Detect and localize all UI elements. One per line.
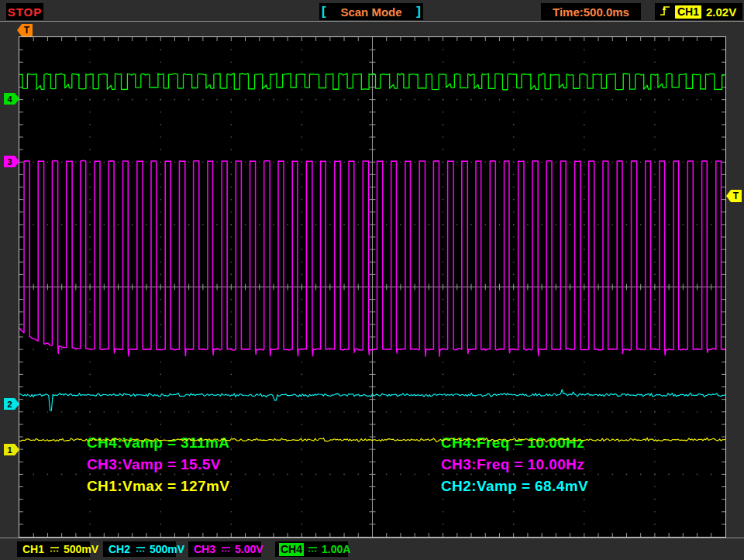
trigger-position-marker[interactable]: T xyxy=(17,24,33,36)
channel-name: CH3 xyxy=(192,543,217,556)
channel-scale: 5.00V xyxy=(235,543,264,555)
channel-name: CH1 xyxy=(21,543,46,556)
channel-name: CH2 xyxy=(107,543,132,556)
channel-marker-ch3[interactable]: 3 xyxy=(4,156,19,167)
channel-marker-ch2[interactable]: 2 xyxy=(4,398,19,410)
trigger-source-badge: CH1 xyxy=(675,5,701,19)
channel-marker-ch1[interactable]: 1 xyxy=(4,444,19,455)
waveform-canvas xyxy=(19,37,725,537)
channel-status-ch2[interactable]: CH2 500mV xyxy=(103,541,176,557)
channel-scale: 1.00A xyxy=(322,543,350,555)
channel-marker-ch4[interactable]: 4 xyxy=(4,93,19,105)
rising-edge-trigger-icon xyxy=(660,4,670,19)
trigger-level-value: 2.02V xyxy=(706,5,736,19)
dc-coupling-icon xyxy=(221,543,231,555)
waveform-display: CH4:Vamp = 311mA CH3:Vamp = 15.5V CH1:Vm… xyxy=(19,36,726,538)
channel-status-ch4[interactable]: CH4 1.00A xyxy=(275,541,348,557)
channel-name: CH4 xyxy=(279,543,304,556)
right-bracket-icon: ] xyxy=(416,3,421,20)
trigger-level-marker[interactable]: T xyxy=(726,190,742,202)
dc-coupling-icon xyxy=(50,543,60,555)
timebase-readout[interactable]: Time:500.0ms xyxy=(541,3,641,20)
acquisition-mode-label: Scan Mode xyxy=(340,5,401,19)
dc-coupling-icon xyxy=(136,543,146,555)
dc-coupling-icon xyxy=(308,543,318,555)
trigger-status-box[interactable]: CH1 2.02V xyxy=(655,3,742,20)
bottom-separator xyxy=(0,538,744,538)
oscilloscope-screen: { "top_bar": { "run_state": "STOP", "mod… xyxy=(0,0,744,560)
channel-scale: 500mV xyxy=(64,543,98,555)
acquisition-mode-box: [ Scan Mode ] xyxy=(319,3,423,20)
left-bracket-icon: [ xyxy=(322,3,326,20)
top-separator xyxy=(0,21,744,22)
channel-status-ch1[interactable]: CH1 500mV xyxy=(17,541,90,557)
channel-scale: 500mV xyxy=(150,543,184,555)
channel-status-ch3[interactable]: CH3 5.00V xyxy=(188,541,261,557)
run-state-badge: STOP xyxy=(6,3,43,20)
